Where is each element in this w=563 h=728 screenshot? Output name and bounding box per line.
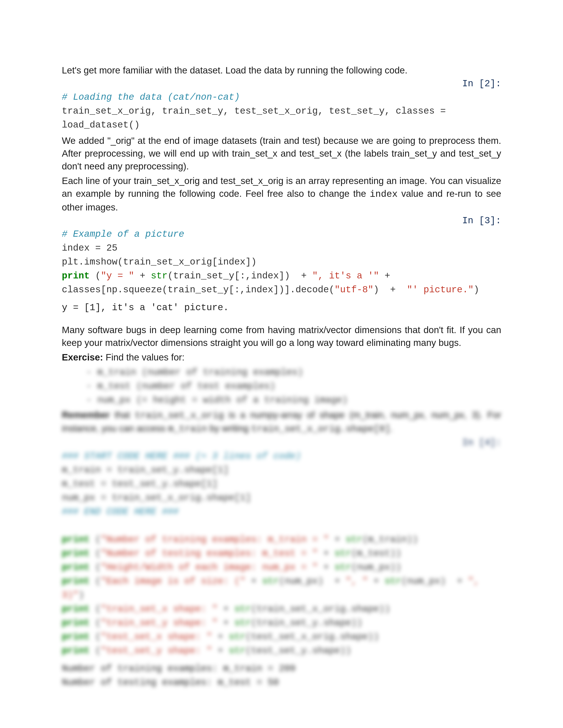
code-text: train_set_y.shape[1]: [112, 465, 229, 475]
code-operator: +: [368, 576, 385, 587]
builtin-str: str: [229, 645, 245, 656]
code-text: ): [474, 285, 479, 295]
string-literal: "y = ": [101, 271, 134, 281]
cell-label-3: In [3]:: [62, 216, 501, 226]
code-text: load_dataset(): [62, 120, 140, 130]
bullet-item: - m_train (number of training examples): [86, 366, 501, 379]
inline-code: train_set_x_orig: [135, 410, 224, 421]
code-text: (m_test)): [351, 548, 401, 559]
bullet-list: - m_train (number of training examples) …: [62, 366, 501, 407]
builtin-str: str: [346, 534, 362, 545]
code-operator: +: [134, 271, 151, 281]
keyword-print: print: [62, 534, 90, 545]
code-text: (: [90, 562, 101, 573]
code-text: (: [90, 576, 101, 587]
code-operator: =: [106, 465, 112, 475]
string-literal: "Number of testing examples: m_test = ": [101, 548, 318, 559]
bugs-paragraph: Many software bugs in deep learning come…: [62, 324, 501, 349]
code-text: 25: [101, 243, 117, 253]
code-operator: +: [245, 576, 262, 587]
inline-code: train_set_x_orig.shape[0]: [251, 424, 390, 434]
keyword-print: print: [62, 271, 90, 281]
code-operator: +: [329, 534, 346, 545]
code-cell-4: ### START CODE HERE ### (≈ 3 lines of co…: [62, 449, 501, 658]
code-text: (: [90, 534, 101, 545]
code-text: (train_set_y[:,index]): [167, 271, 296, 281]
code-text: m_train: [62, 465, 106, 475]
builtin-str: str: [151, 271, 167, 281]
code-text: (: [90, 548, 101, 559]
code-text: ): [79, 590, 84, 600]
keyword-print: print: [62, 562, 90, 573]
cell-label-2: In [2]:: [62, 79, 501, 89]
inline-code: m_train: [168, 424, 207, 434]
bullet-item: - m_test (number of test examples): [86, 379, 501, 393]
code-operator: =: [440, 106, 446, 116]
remember-paragraph: Remember that train_set_x_orig is a nump…: [62, 409, 501, 436]
text: .: [390, 423, 393, 433]
code-operator: +: [296, 271, 313, 281]
keyword-print: print: [62, 576, 90, 587]
code-operator: +: [329, 576, 346, 587]
exercise-label: Exercise:: [62, 352, 103, 362]
string-literal: "Height/Width of each image: num_px = ": [101, 562, 318, 573]
code-operator: +: [218, 604, 234, 614]
text: Find the values for:: [103, 352, 184, 362]
code-text: ): [373, 285, 384, 295]
explain-index-paragraph: Each line of your train_set_x_orig and t…: [62, 174, 501, 214]
code-text: (train_set_x_orig.shape)): [251, 604, 390, 614]
code-text: (train_set_y.shape)): [251, 618, 362, 628]
string-literal: "Each image is of size: (": [101, 576, 245, 587]
code-text: (: [90, 645, 101, 656]
code-comment: # Loading the data (cat/non-cat): [62, 92, 240, 103]
document-page: Let's get more familiar with the dataset…: [0, 0, 563, 728]
builtin-str: str: [262, 576, 279, 587]
code-text: (num_px): [279, 576, 329, 587]
output-cell-3: y = [1], it's a 'cat' picture.: [62, 301, 501, 315]
code-operator: +: [218, 618, 234, 628]
string-literal: ", ": [346, 576, 368, 587]
code-text: (: [90, 271, 101, 281]
text: by writing: [207, 423, 251, 433]
code-operator: =: [95, 243, 101, 253]
code-text: (num_px): [401, 576, 452, 587]
cell-label-4: In [4]:: [62, 437, 501, 448]
code-operator: +: [212, 632, 229, 642]
keyword-print: print: [62, 604, 90, 614]
intro-paragraph: Let's get more familiar with the dataset…: [62, 64, 501, 77]
builtin-str: str: [234, 604, 251, 614]
keyword-print: print: [62, 548, 90, 559]
code-operator: +: [379, 271, 396, 281]
exercise-paragraph: Exercise: Find the values for:: [62, 351, 501, 364]
builtin-str: str: [229, 632, 245, 642]
code-text: (num_px)): [351, 562, 401, 573]
builtin-str: str: [385, 576, 401, 587]
output-line: Number of training examples: m_train = 2…: [62, 662, 501, 676]
blurred-content-region: - m_train (number of training examples) …: [62, 366, 501, 690]
code-text: (: [90, 618, 101, 628]
code-text: m_test: [62, 479, 101, 489]
inline-code-index: index: [370, 189, 398, 200]
output-cell-4: Number of training examples: m_train = 2…: [62, 662, 501, 690]
code-text: train_set_x_orig.shape[1]: [106, 493, 251, 503]
code-operator: =: [101, 493, 106, 503]
code-text: index: [62, 243, 95, 253]
code-operator: +: [318, 548, 335, 559]
code-text: num_px: [62, 493, 101, 503]
code-cell-2: # Loading the data (cat/non-cat) train_s…: [62, 90, 501, 132]
keyword-print: print: [62, 618, 90, 628]
code-operator: +: [451, 576, 468, 587]
code-text: train_set_x_orig, train_set_y, test_set_…: [62, 106, 440, 116]
code-operator: +: [385, 285, 401, 295]
string-literal: "Number of training examples: m_train = …: [101, 534, 329, 545]
code-text: plt.imshow(train_set_x_orig[index]): [62, 257, 256, 267]
remember-label: Remember: [62, 410, 110, 420]
output-line: Number of testing examples: m_test = 50: [62, 676, 501, 690]
builtin-str: str: [234, 618, 251, 628]
code-text: (test_set_x_orig.shape)): [245, 632, 379, 642]
code-comment: # Example of a picture: [62, 229, 184, 240]
code-operator: +: [212, 645, 229, 656]
string-literal: ", it's a '": [312, 271, 379, 281]
code-operator: =: [101, 479, 106, 489]
string-literal: "' picture.": [401, 285, 474, 295]
